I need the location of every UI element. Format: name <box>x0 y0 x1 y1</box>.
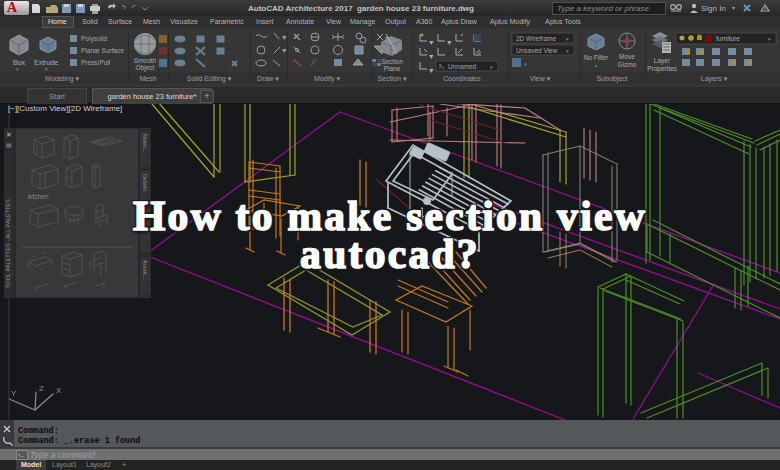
svg-text:▾: ▾ <box>283 34 286 40</box>
svg-text:Y: Y <box>11 389 17 398</box>
svg-text:▾: ▾ <box>595 63 598 69</box>
svg-text:View ▾: View ▾ <box>530 75 551 82</box>
svg-text:▾: ▾ <box>228 49 231 55</box>
svg-text:Object: Object <box>136 64 155 72</box>
svg-text:Draw ▾: Draw ▾ <box>257 75 279 82</box>
svg-text:Layers ▾: Layers ▾ <box>701 75 728 83</box>
svg-text:▾: ▾ <box>283 47 286 53</box>
svg-text:Modify ▾: Modify ▾ <box>314 75 341 83</box>
svg-text:Mesh: Mesh <box>139 75 156 82</box>
svg-text:Box: Box <box>13 59 26 66</box>
svg-text:X: X <box>56 386 62 395</box>
svg-text:▤: ▤ <box>6 142 12 148</box>
svg-text:Section: Section <box>381 58 403 65</box>
svg-text:Section ▾: Section ▾ <box>378 75 407 82</box>
svg-text:Move: Move <box>619 53 635 60</box>
svg-text:▾: ▾ <box>16 66 19 72</box>
svg-text:▾: ▾ <box>45 66 48 72</box>
svg-text:▾: ▾ <box>430 53 433 59</box>
svg-text:Planar Surface: Planar Surface <box>81 47 124 54</box>
svg-text:▾: ▾ <box>448 39 451 45</box>
svg-text:Unnamed: Unnamed <box>448 63 477 70</box>
svg-text:Smooth: Smooth <box>134 57 157 64</box>
svg-text:Mater...: Mater... <box>142 134 148 153</box>
svg-text:Extrude: Extrude <box>34 59 58 66</box>
svg-text:Modeling ▾: Modeling ▾ <box>45 75 79 83</box>
svg-text:Details: Details <box>142 174 148 191</box>
svg-text:No Filter: No Filter <box>584 54 609 61</box>
svg-text:Sign In: Sign In <box>701 4 726 13</box>
svg-text:▾: ▾ <box>430 39 433 45</box>
svg-text:Solid Editing ▾: Solid Editing ▾ <box>187 75 232 83</box>
svg-text:Unsaved View: Unsaved View <box>516 47 558 54</box>
svg-text:✕: ✕ <box>6 131 12 138</box>
svg-text:Gizmo: Gizmo <box>618 61 637 68</box>
svg-text:Coordinates: Coordinates <box>443 75 481 82</box>
svg-text:furniture: furniture <box>716 35 740 42</box>
svg-text:Layer: Layer <box>654 57 671 65</box>
svg-text:▾: ▾ <box>228 37 231 43</box>
svg-text:Polysolid: Polysolid <box>81 35 107 43</box>
svg-text:Plane: Plane <box>384 65 401 72</box>
svg-text:▾: ▾ <box>524 61 527 67</box>
svg-text:Properties: Properties <box>647 65 677 73</box>
svg-text:Z: Z <box>39 384 44 393</box>
svg-text:2D Wireframe: 2D Wireframe <box>516 35 556 42</box>
svg-text:▾: ▾ <box>732 5 735 11</box>
svg-text:Subobject: Subobject <box>596 75 627 83</box>
svg-text:Press/Pull: Press/Pull <box>81 59 111 66</box>
